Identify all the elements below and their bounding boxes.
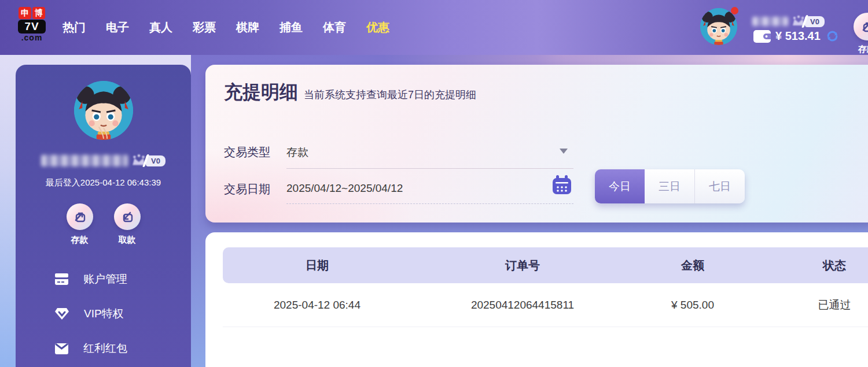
quick-deposit-label: 存款 [858, 44, 868, 55]
page-subtitle: 当前系统支持查询最近7日的充提明细 [304, 88, 476, 102]
nav-item-chess[interactable]: 棋牌 [236, 20, 259, 35]
sidebar-item-bonus[interactable]: 红利红包 [55, 342, 191, 355]
main-nav: 热门 电子 真人 彩票 棋牌 捕鱼 体育 优惠 [62, 0, 389, 55]
title-row: 充提明细 当前系统支持查询最近7日的充提明细 [224, 80, 476, 105]
header-user-row: V0 [752, 15, 825, 28]
sidebar-item-vip[interactable]: VIP特权 [55, 307, 191, 321]
sidebar-item-label: 账户管理 [83, 272, 127, 287]
chevron-down-icon[interactable] [560, 149, 568, 154]
red-packet-icon [55, 343, 68, 354]
sidebar-menu: 账户管理 VIP特权 红利红包 [16, 272, 191, 355]
transaction-date-input[interactable]: 2025/04/12~2025/04/12 [286, 182, 403, 195]
transaction-type-select[interactable]: 存款 [286, 145, 308, 160]
deposit-arrow-icon [860, 19, 868, 34]
vip-level-label: V0 [805, 16, 825, 27]
nav-item-promo[interactable]: 优惠 [366, 20, 389, 35]
column-header-date: 日期 [223, 258, 411, 273]
cell-amount: ¥ 505.00 [634, 299, 752, 312]
cell-order-no: 20250412064415811 [411, 299, 634, 312]
withdraw-arrow-icon [120, 209, 135, 224]
column-header-order-no: 订单号 [411, 258, 634, 273]
last-login-text: 最后登入2025-04-12 06:43:39 [16, 177, 191, 188]
nav-item-live[interactable]: 真人 [149, 20, 172, 35]
range-button-3days[interactable]: 三日 [645, 169, 695, 203]
cell-status: 已通过 [752, 298, 868, 313]
notification-dot [731, 7, 738, 14]
deposit-circle-icon [67, 203, 93, 230]
logo-char-2: 博 [32, 7, 45, 19]
calendar-icon[interactable] [551, 175, 572, 195]
sidebar-quick-actions: 存款 取款 [16, 203, 191, 246]
date-range-button-group: 今日 三日 七日 [595, 169, 745, 203]
page: { "brand": { "logo_char1": "申", "logo_ch… [0, 0, 868, 367]
withdraw-circle-icon [114, 203, 141, 230]
sidebar: V0 最后登入2025-04-12 06:43:39 存款 [16, 65, 191, 367]
filter-card: 充提明细 当前系统支持查询最近7日的充提明细 交易类型 存款 交易日期 2025… [205, 65, 868, 223]
records-table-card: 日期 订单号 金额 状态 2025-04-12 06:44 2025041206… [205, 232, 868, 367]
table-header-row: 日期 订单号 金额 状态 [223, 247, 868, 283]
column-header-amount: 金额 [634, 258, 752, 273]
sidebar-item-label: VIP特权 [84, 306, 124, 321]
vip-badge: V0 [131, 154, 165, 168]
sidebar-user-row: V0 [16, 154, 191, 168]
sidebar-item-label: 红利红包 [83, 341, 127, 356]
refresh-icon[interactable] [825, 29, 840, 43]
vip-badge: V0 [791, 15, 825, 28]
deposit-arrow-icon [72, 209, 87, 224]
logo-char-1: 申 [19, 7, 31, 19]
cell-date: 2025-04-12 06:44 [223, 299, 411, 312]
nav-item-fishing[interactable]: 捕鱼 [279, 20, 303, 35]
brand-logo[interactable]: 申 博 7V .com [16, 7, 48, 42]
avatar[interactable] [700, 8, 737, 45]
nav-item-lottery[interactable]: 彩票 [193, 20, 216, 35]
deposit-circle-icon [854, 13, 868, 40]
quick-deposit-button[interactable]: 存款 [854, 13, 868, 55]
nav-item-slots[interactable]: 电子 [106, 20, 129, 35]
deposit-button[interactable]: 存款 [67, 203, 93, 246]
top-navigation-bar: 申 博 7V .com 热门 电子 真人 彩票 棋牌 捕鱼 体育 优惠 [0, 0, 868, 55]
type-field-underline [286, 168, 573, 169]
transaction-date-label: 交易日期 [224, 181, 270, 197]
deposit-label: 存款 [67, 235, 93, 246]
range-button-7days[interactable]: 七日 [695, 169, 745, 203]
logo-com: .com [16, 33, 48, 42]
blurred-username [752, 17, 788, 26]
balance-amount: ¥ 513.41 [775, 29, 821, 43]
sidebar-avatar[interactable] [74, 81, 133, 140]
vip-level-label: V0 [146, 155, 165, 166]
page-title: 充提明细 [224, 80, 298, 105]
range-button-today[interactable]: 今日 [595, 169, 645, 203]
date-field-underline [286, 203, 573, 204]
blurred-username [41, 155, 128, 166]
avatar-illustration [700, 8, 737, 45]
transaction-type-label: 交易类型 [224, 144, 270, 160]
bank-card-icon [55, 273, 68, 285]
withdraw-button[interactable]: 取款 [114, 203, 141, 246]
nav-item-hot[interactable]: 热门 [62, 20, 86, 35]
column-header-status: 状态 [752, 258, 868, 273]
wallet-icon [753, 30, 771, 43]
table-row[interactable]: 2025-04-12 06:44 20250412064415811 ¥ 505… [223, 283, 868, 327]
logo-7v: 7V [18, 20, 46, 34]
vip-diamond-icon [55, 307, 69, 320]
nav-item-sports[interactable]: 体育 [323, 20, 346, 35]
avatar-illustration [74, 81, 133, 140]
withdraw-label: 取款 [114, 235, 141, 246]
sidebar-item-account[interactable]: 账户管理 [55, 272, 191, 286]
balance-row: ¥ 513.41 [753, 29, 840, 43]
logo-top-row: 申 博 [16, 7, 48, 19]
